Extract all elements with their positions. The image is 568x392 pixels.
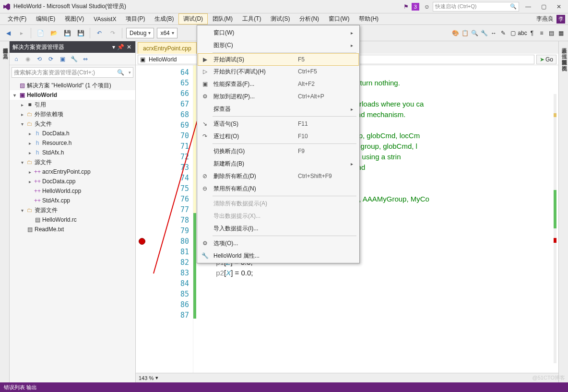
line-number[interactable]: 82 (136, 257, 189, 268)
tree-node[interactable]: ▾▣HelloWorld (10, 90, 135, 100)
menu-item[interactable]: 生成(B) (150, 13, 178, 24)
line-number[interactable]: 83 (136, 268, 189, 278)
props-icon[interactable]: 🔧 (69, 54, 79, 64)
menu-item[interactable]: 团队(M) (208, 13, 237, 24)
close-button[interactable]: ✕ (553, 1, 565, 12)
line-number[interactable]: 74 (136, 173, 189, 183)
menu-item[interactable]: VAssistX (89, 14, 121, 24)
refresh-icon[interactable]: ⟳ (46, 54, 56, 64)
tb-icon[interactable]: ≡ (537, 29, 546, 37)
line-number[interactable]: 72 (136, 152, 189, 162)
tree-node[interactable]: ▧解决方案 "HelloWorld" (1 个项目) (10, 81, 135, 90)
tb-icon[interactable]: ▦ (556, 29, 565, 37)
tree-node[interactable]: ▾🗀源文件 (10, 157, 135, 167)
save-button[interactable]: 💾 (62, 28, 72, 38)
user-name[interactable]: 李燕良 (533, 15, 556, 23)
tree-node[interactable]: ▾🗀头文件 (10, 119, 135, 129)
close-panel-icon[interactable]: ✕ (126, 44, 132, 50)
menu-item[interactable]: ⊘删除所有断点(D)Ctrl+Shift+F9 (198, 170, 358, 182)
menu-item[interactable]: 新建断点(B)▸ (198, 157, 358, 170)
tree-node[interactable]: ▤HelloWorld.rc (10, 215, 135, 225)
menu-item[interactable]: 分析(N) (295, 13, 324, 24)
flag-icon[interactable]: ⚑ (403, 3, 409, 10)
maximize-button[interactable]: ▢ (537, 1, 550, 12)
menu-item[interactable]: ▣性能探查器(F)...Alt+F2 (198, 78, 358, 90)
redo-button[interactable]: ↷ (107, 28, 118, 38)
tree-node[interactable]: ▸++DocData.cpp (10, 177, 135, 186)
editor-tab[interactable]: acrxEntryPoint.cpp (138, 42, 197, 54)
tree-node[interactable]: ▸🗀外部依赖项 (10, 109, 135, 119)
nav-fwd-button[interactable]: ▸ (16, 28, 27, 38)
line-number[interactable]: 77 (136, 204, 189, 215)
tree-node[interactable]: ▾🗀资源文件 (10, 205, 135, 215)
line-number[interactable]: 67 (136, 99, 189, 109)
collapse-icon[interactable]: ▣ (58, 54, 67, 64)
tb-icon[interactable]: ▤ (547, 29, 556, 37)
line-number[interactable]: 76 (136, 194, 189, 204)
panel-search-input[interactable]: 搜索解决方案资源管理器(Ctrl+;) 🔍 ▾ (12, 67, 133, 78)
tb-icon[interactable]: 🎨 (451, 29, 460, 37)
tree-node[interactable]: ++HelloWorld.cpp (10, 186, 135, 196)
line-number[interactable]: 81 (136, 247, 189, 257)
minimize-button[interactable]: — (522, 1, 534, 12)
menu-item[interactable]: ⊖禁用所有断点(N) (198, 182, 358, 195)
menu-item[interactable]: ▷开始执行(不调试)(H)Ctrl+F5 (198, 65, 358, 78)
tb-icon[interactable]: ↔ (489, 29, 498, 37)
undo-button[interactable]: ↶ (94, 28, 105, 38)
right-side-tabs[interactable]: 诊断工具 属性 团队资源管理器 类视图 (558, 41, 568, 382)
platform-combo[interactable]: x64▾ (157, 28, 177, 38)
zoom-value[interactable]: 143 % (139, 375, 154, 381)
line-number[interactable]: 86 (136, 299, 189, 310)
menu-item[interactable]: ↘逐语句(S)F11 (198, 118, 358, 130)
tree-node[interactable]: ▸hResource.h (10, 138, 135, 148)
chevron-down-icon[interactable]: ▾ (155, 375, 158, 381)
menu-item[interactable]: 工具(T) (237, 13, 266, 24)
notification-badge[interactable]: 3 (412, 3, 419, 11)
menu-item[interactable]: 导入数据提示(I)... (198, 222, 358, 235)
new-project-button[interactable]: 📄 (35, 28, 46, 38)
tree-node[interactable]: ▸hStdAfx.h (10, 148, 135, 157)
menu-item[interactable]: 探查器▸ (198, 103, 358, 115)
solution-tree[interactable]: ▧解决方案 "HelloWorld" (1 个项目)▾▣HelloWorld▸■… (10, 80, 135, 382)
chevron-down-icon[interactable]: ▾ (129, 70, 131, 75)
line-number[interactable]: 75 (136, 183, 189, 194)
left-side-tabs[interactable]: 服务器资源管理器 工具箱 (0, 41, 10, 382)
line-number[interactable]: 78 (136, 215, 189, 226)
go-button[interactable]: ➤Go (536, 55, 556, 64)
feedback-icon[interactable]: ☺ (424, 3, 430, 10)
line-number[interactable]: 79 (136, 226, 189, 236)
panel-title-bar[interactable]: 解决方案资源管理器 ▾ 📌 ✕ (10, 41, 135, 53)
view-icon[interactable]: ⇔ (81, 54, 90, 64)
menu-item[interactable]: 文件(F) (3, 13, 31, 24)
menu-item[interactable]: ▶开始调试(S)F5 (198, 53, 359, 66)
scroll-indicator[interactable] (554, 94, 556, 363)
menu-item[interactable]: 项目(P) (121, 13, 150, 24)
breakpoint-icon[interactable] (139, 238, 145, 245)
tree-node[interactable]: ++StdAfx.cpp (10, 196, 135, 205)
tree-node[interactable]: ▸■引用 (10, 100, 135, 109)
line-number[interactable]: 65 (136, 78, 189, 88)
home-icon[interactable]: ⌂ (12, 54, 21, 64)
menu-item[interactable]: 编辑(E) (31, 13, 60, 24)
sync-icon[interactable]: ⟲ (35, 54, 44, 64)
quick-launch-input[interactable]: 快速启动 (Ctrl+Q) 🔍 (433, 2, 519, 12)
tb-icon[interactable]: 📋 (461, 29, 469, 37)
tree-node[interactable]: ▸hDocData.h (10, 129, 135, 138)
menu-item[interactable]: 视图(V) (60, 13, 89, 24)
user-avatar[interactable]: 李 (556, 15, 565, 24)
menu-item[interactable]: 窗口(W) (324, 13, 354, 24)
tb-icon[interactable]: ¶ (528, 29, 536, 37)
line-number[interactable]: 68 (136, 109, 189, 120)
menu-item[interactable]: ↷逐过程(O)F10 (198, 130, 358, 143)
pin-icon[interactable]: 📌 (117, 44, 124, 50)
menu-item[interactable]: 切换断点(G)F9 (198, 145, 358, 157)
menu-item[interactable]: 帮助(H) (354, 13, 383, 24)
tb-icon[interactable]: ▢ (509, 29, 517, 37)
save-all-button[interactable]: 💾 (75, 28, 86, 38)
menu-item[interactable]: ⚙选项(O)... (198, 237, 358, 249)
nav-back-button[interactable]: ◀ (3, 28, 13, 38)
tb-icon[interactable]: ✎ (499, 29, 508, 37)
dropdown-icon[interactable]: ▾ (112, 44, 115, 50)
line-number[interactable]: 87 (136, 310, 189, 321)
config-combo[interactable]: Debug▾ (126, 28, 154, 38)
